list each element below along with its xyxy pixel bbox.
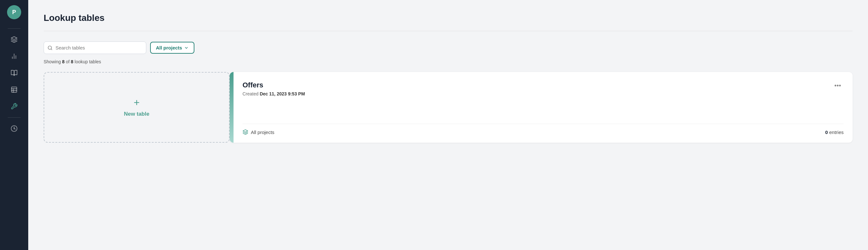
table-card-body: Offers Created Dec 11, 2023 9:53 PM ••• [234,72,852,143]
sidebar-divider-top [8,28,21,29]
search-wrapper [43,41,146,54]
main-content: Lookup tables All projects Showing 8 of … [28,0,868,250]
table-card-info: Offers Created Dec 11, 2023 9:53 PM [243,81,305,96]
table-card-project-label: All projects [251,130,274,135]
table-card-title[interactable]: Offers [243,81,305,89]
svg-marker-12 [243,130,248,132]
table-card-footer: All projects 0 entries [243,124,844,135]
toolbar: All projects [43,41,852,54]
avatar[interactable]: P [7,5,21,19]
sidebar: P [0,0,28,250]
offers-table-card: Offers Created Dec 11, 2023 9:53 PM ••• [230,72,852,143]
page-title: Lookup tables [43,13,852,23]
new-table-plus-icon: + [134,98,140,108]
sidebar-item-layers[interactable] [7,32,21,47]
search-icon [48,45,53,51]
sidebar-item-wrench[interactable] [7,99,21,113]
layers-icon [10,36,18,43]
search-input[interactable] [43,41,146,54]
projects-button-label: All projects [156,45,182,51]
book-icon [10,70,18,77]
svg-marker-0 [11,37,17,39]
entries-count: 0 entries [825,130,844,135]
all-projects-button[interactable]: All projects [150,42,194,54]
sidebar-item-table[interactable] [7,83,21,97]
svg-line-11 [51,49,52,50]
table-icon [10,86,18,93]
wrench-icon [10,103,18,110]
cards-area: + New table Offers Created Dec 11, 2023 … [43,72,852,143]
svg-rect-4 [11,87,17,92]
table-card-project: All projects [243,129,274,135]
sidebar-item-book[interactable] [7,66,21,80]
svg-point-9 [13,128,15,130]
sidebar-item-chart[interactable] [7,49,21,63]
table-card-accent [230,72,234,143]
chevron-down-icon [184,46,189,50]
new-table-card[interactable]: + New table [43,72,230,143]
showing-count: Showing 8 of 8 lookup tables [43,59,852,64]
header-divider [43,31,852,31]
chart-icon [10,53,18,60]
sidebar-divider-bottom [8,117,21,118]
table-card-created: Created Dec 11, 2023 9:53 PM [243,91,305,96]
new-table-label: New table [124,111,149,117]
table-card-header: Offers Created Dec 11, 2023 9:53 PM ••• [243,81,844,96]
clock-icon [10,125,18,132]
more-options-button[interactable]: ••• [832,81,844,90]
sidebar-item-clock[interactable] [7,121,21,136]
project-layers-icon [243,129,248,135]
